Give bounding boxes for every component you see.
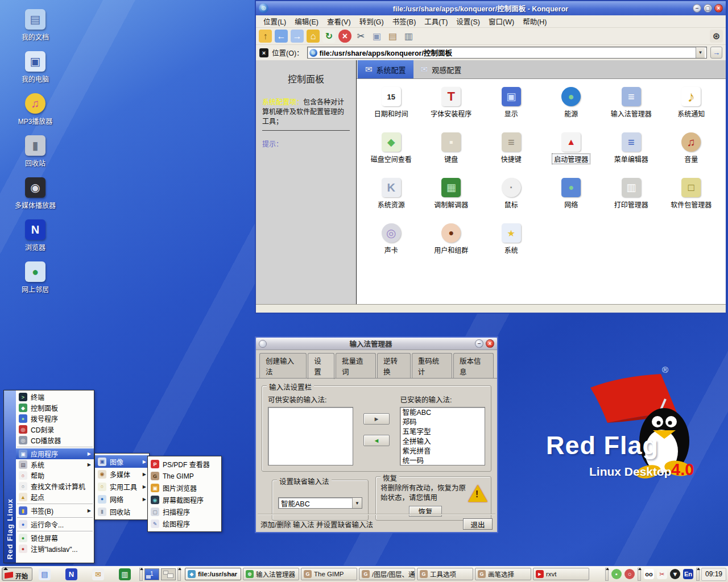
- browser-desktop-icon[interactable]: N浏览器: [6, 219, 65, 252]
- print-manager-item[interactable]: ▥打印管理器: [601, 178, 661, 209]
- hide-tray-icon[interactable]: ▼: [670, 569, 680, 579]
- klipper-icon[interactable]: ✂: [657, 569, 667, 579]
- add-arrow-button[interactable]: ►: [363, 413, 390, 425]
- mail-icon[interactable]: ✉: [92, 568, 104, 580]
- display-item[interactable]: ▣显示: [481, 87, 541, 118]
- menu-g[interactable]: 转到(G): [355, 15, 388, 27]
- ime-close-button[interactable]: ×: [486, 339, 494, 348]
- copy-icon[interactable]: ▣: [370, 30, 383, 43]
- input-method-manager-item[interactable]: ≡输入法管理器: [601, 87, 661, 118]
- minimize-button[interactable]: –: [693, 4, 701, 13]
- shortcut-keys-item[interactable]: ≡快捷键: [481, 132, 541, 164]
- media-player-desktop-icon[interactable]: ◉多媒体播放器: [6, 177, 65, 210]
- menu-item-utilities[interactable]: ○实用工具▶: [95, 480, 149, 493]
- show-desktop-icon[interactable]: ▤: [39, 568, 51, 580]
- installed-ime-item[interactable]: 全拼输入: [402, 437, 483, 447]
- menu-item-the-gimp[interactable]: GThe GIMP: [148, 470, 221, 482]
- keyboard-item[interactable]: ▪键盘: [421, 132, 482, 164]
- menu-w[interactable]: 窗口(W): [485, 15, 518, 27]
- pager-desktop-1[interactable]: 1: [144, 568, 159, 580]
- network-neighborhood-desktop-icon[interactable]: ●网上邻居: [6, 261, 65, 294]
- menu-item-ps-pdf-viewer[interactable]: PPS/PDF 查看器: [148, 458, 221, 470]
- energy-item[interactable]: ●能源: [541, 87, 602, 118]
- disk-usage-item[interactable]: ◆磁盘空间查看: [361, 132, 421, 164]
- menu-item-screenshot[interactable]: ◉屏幕截图程序: [148, 494, 221, 506]
- ime-system-menu-button[interactable]: [259, 340, 267, 348]
- menu-b[interactable]: 书签(B): [388, 15, 420, 27]
- sound-card-item[interactable]: ◎声卡: [361, 223, 421, 255]
- date-time-item[interactable]: 15日期和时间: [361, 87, 421, 118]
- system-resources-item[interactable]: K系统资源: [361, 178, 421, 209]
- ime-tab-批量造词[interactable]: 批量造词: [336, 353, 376, 379]
- applet-handle[interactable]: [139, 568, 143, 581]
- location-dropdown-icon[interactable]: ▼: [696, 47, 705, 58]
- home-icon[interactable]: ⌂: [307, 30, 320, 43]
- print-icon[interactable]: ▥: [402, 30, 415, 43]
- task-gimp-layers[interactable]: G/图层/图层、通: [359, 568, 415, 580]
- menu-item-scanner[interactable]: ▢扫描程序: [148, 506, 221, 518]
- installed-ime-item[interactable]: 统一码: [402, 456, 483, 465]
- menu-item-terminal[interactable]: >终端: [16, 392, 94, 402]
- applet-handle[interactable]: [605, 568, 609, 581]
- tab-系统配置[interactable]: ✉系统配置: [358, 60, 413, 78]
- my-documents-desktop-icon[interactable]: ▤我的文档: [6, 9, 65, 41]
- clear-location-icon[interactable]: ×: [259, 48, 268, 57]
- ime-minimize-button[interactable]: –: [475, 339, 483, 348]
- forward-icon[interactable]: →: [291, 30, 304, 43]
- system-notifications-item[interactable]: ♪系统通知: [661, 87, 722, 118]
- maximize-button[interactable]: ▢: [704, 4, 712, 13]
- menu-v[interactable]: 查看(V): [323, 15, 355, 27]
- menu-t[interactable]: 工具(T): [420, 15, 452, 27]
- tab-观感配置[interactable]: ✉观感配置: [413, 60, 469, 78]
- mouse-item[interactable]: ∙鼠标: [481, 178, 541, 209]
- paste-icon[interactable]: ▤: [386, 30, 399, 43]
- menu-item-lock-screen[interactable]: ●锁住屏幕: [16, 533, 94, 543]
- system-item[interactable]: ★系统: [481, 223, 541, 255]
- font-installer-item[interactable]: T字体安装程序: [421, 87, 482, 118]
- ime-tab-创建输入法[interactable]: 创建输入法: [259, 353, 307, 379]
- installed-ime-item[interactable]: 紫光拼音: [402, 447, 483, 456]
- my-computer-desktop-icon[interactable]: ▣我的电脑: [6, 51, 65, 84]
- combo-dropdown-icon[interactable]: ▼: [352, 498, 362, 508]
- menu-item-cd-player[interactable]: ◎CD播放器: [16, 435, 94, 446]
- ime-tab-设置[interactable]: 设置: [308, 353, 334, 379]
- network-item[interactable]: ●网络: [541, 178, 602, 209]
- users-groups-item[interactable]: ●用户和组群: [421, 223, 482, 255]
- mp3-player-desktop-icon[interactable]: ♫MP3播放器: [6, 93, 65, 126]
- installed-listbox[interactable]: 智能ABC郑码五笔字型全拼输入紫光拼音统一码: [400, 407, 485, 465]
- task-gimp-tools[interactable]: G工具选项: [417, 568, 473, 580]
- modem-item[interactable]: ▦调制解调器: [421, 178, 482, 209]
- menu-e[interactable]: 编辑(E): [291, 15, 322, 27]
- menu-item-dialer[interactable]: ●拨号程序: [16, 413, 94, 424]
- go-button[interactable]: →: [710, 47, 722, 59]
- installed-ime-item[interactable]: 智能ABC: [402, 408, 483, 418]
- default-ime-combobox[interactable]: 智能ABC ▼: [278, 497, 362, 509]
- stop-icon[interactable]: ×: [338, 30, 351, 43]
- cut-icon[interactable]: ✂: [354, 30, 367, 43]
- menu-item-help[interactable]: ○帮助: [16, 470, 94, 481]
- menu-item-control-panel[interactable]: ◆控制面板: [16, 402, 94, 413]
- trash-desktop-icon[interactable]: ▮回收站: [6, 135, 65, 168]
- menu-item-go-home[interactable]: ▲起点: [16, 492, 94, 502]
- menu-item-internet[interactable]: ●网络▶: [95, 493, 149, 505]
- start-button[interactable]: 开始: [2, 567, 32, 581]
- available-listbox[interactable]: [268, 407, 353, 465]
- menu-item-find[interactable]: ○查找文件或计算机: [16, 481, 94, 492]
- menu-item-system-menu[interactable]: ▤系统▶: [16, 459, 94, 470]
- konqueror-titlebar[interactable]: ⊛ file:/usr/share/apps/konqueror/控制面板 - …: [256, 1, 726, 15]
- exit-button[interactable]: 退出: [463, 518, 493, 530]
- package-manager-item[interactable]: □软件包管理器: [661, 178, 722, 209]
- xeyes-icon[interactable]: oo: [644, 569, 654, 579]
- keyboard-layout-icon[interactable]: En: [683, 569, 693, 579]
- applet-handle[interactable]: [696, 568, 700, 581]
- remove-arrow-button[interactable]: ◄: [363, 435, 390, 446]
- menu-item-drawing[interactable]: ✎绘图程序: [148, 518, 221, 530]
- menu-item-trash-menu[interactable]: ▮回收站: [95, 505, 149, 518]
- menu-item-graphics[interactable]: ▣图像▶: [95, 455, 149, 468]
- restore-button[interactable]: 恢复: [409, 506, 442, 517]
- back-icon[interactable]: ←: [275, 30, 288, 43]
- ime-tab-版本信息[interactable]: 版本信息: [453, 353, 494, 379]
- menu-editor-item[interactable]: ≡菜单编辑器: [601, 132, 661, 164]
- applet-handle[interactable]: [638, 568, 641, 581]
- menu-l[interactable]: 位置(L): [259, 15, 290, 27]
